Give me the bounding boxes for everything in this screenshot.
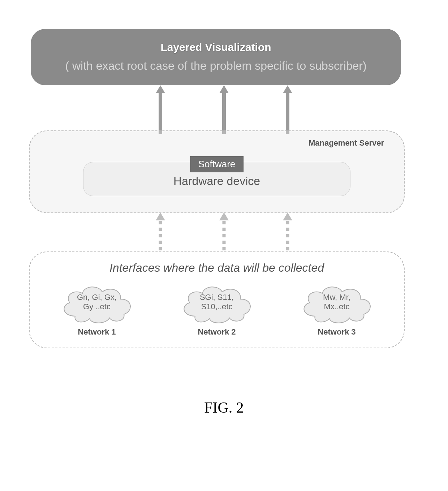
cloud-icon: SGi, S11, S10,..etc [175, 282, 258, 325]
svg-marker-3 [156, 212, 165, 220]
arrow-up-dashed-icon [219, 212, 229, 254]
hardware-label: Hardware device [83, 175, 350, 188]
svg-marker-0 [156, 85, 165, 134]
layered-title: Layered Visualization [38, 40, 394, 55]
layered-subtitle: ( with exact root case of the problem sp… [38, 59, 394, 73]
arrows-to-management [29, 212, 419, 252]
cloud-text: Mw, Mr, Mx..etc [295, 293, 378, 312]
network-clouds-row: Gn, Gi, Gx, Gy ..etc Network 1 SGi, S11,… [37, 282, 397, 337]
arrows-to-visualization [29, 85, 419, 132]
svg-marker-7 [283, 212, 292, 220]
network-col: SGi, S11, S10,..etc Network 2 [175, 282, 258, 337]
cloud-line1: Gn, Gi, Gx, [77, 293, 117, 302]
management-server-label: Management Server [309, 138, 384, 148]
software-box: Software [190, 156, 244, 172]
arrow-up-dashed-icon [283, 212, 292, 254]
arrow-up-icon [283, 85, 292, 134]
interfaces-box: Interfaces where the data will be collec… [29, 251, 405, 348]
cloud-icon: Gn, Gi, Gx, Gy ..etc [55, 282, 138, 325]
svg-marker-2 [283, 85, 292, 134]
svg-marker-5 [219, 212, 229, 220]
network-label: Network 3 [318, 327, 356, 337]
network-col: Gn, Gi, Gx, Gy ..etc Network 1 [55, 282, 138, 337]
cloud-line1: SGi, S11, [200, 293, 234, 302]
layered-visualization-box: Layered Visualization ( with exact root … [31, 29, 401, 85]
interfaces-title: Interfaces where the data will be collec… [37, 261, 397, 275]
cloud-text: Gn, Gi, Gx, Gy ..etc [55, 293, 138, 312]
arrow-up-dashed-icon [156, 212, 165, 254]
cloud-line1: Mw, Mr, [323, 293, 350, 302]
svg-marker-1 [219, 85, 229, 134]
cloud-line2: S10,..etc [201, 302, 233, 311]
cloud-line2: Gy ..etc [83, 302, 111, 311]
network-label: Network 1 [78, 327, 116, 337]
figure-label: FIG. 2 [29, 399, 419, 416]
network-col: Mw, Mr, Mx..etc Network 3 [295, 282, 378, 337]
cloud-text: SGi, S11, S10,..etc [175, 293, 258, 312]
cloud-icon: Mw, Mr, Mx..etc [295, 282, 378, 325]
arrow-up-icon [219, 85, 229, 134]
hardware-device-box: Software Hardware device [83, 162, 350, 196]
network-label: Network 2 [198, 327, 236, 337]
arrow-up-icon [156, 85, 165, 134]
cloud-line2: Mx..etc [324, 302, 350, 311]
management-server-box: Management Server Software Hardware devi… [29, 130, 405, 213]
